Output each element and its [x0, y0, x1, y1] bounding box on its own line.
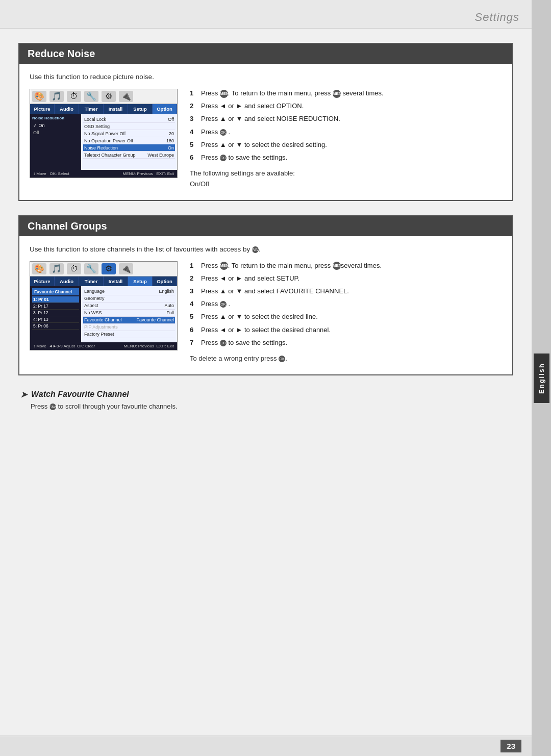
tv-icon-setup: ⚙ — [102, 91, 116, 102]
tv-content-cg: Favourite Channel 1: Pr 01 2: Pr 17 3: P… — [30, 286, 177, 342]
channel-groups-title: Channel Groups — [19, 216, 512, 236]
reduce-noise-extra: The following settings are available: On… — [190, 168, 502, 190]
step-cg-6: 6 Press ◄ or ► to select the desired cha… — [190, 325, 502, 335]
favor-btn-icon: FAVOR — [252, 246, 259, 253]
favor-scroll-icon: FAVOR — [49, 404, 56, 410]
tv-icon-option: 🔌 — [119, 91, 133, 102]
tv-right-panel-rn: Local LockOff OSD Setting No Signal Powe… — [81, 114, 177, 170]
reduce-noise-section: Reduce Noise Use this function to reduce… — [18, 43, 513, 201]
step-rn-2: 2 Press ◄ or ► and select OPTION. — [190, 102, 502, 111]
tv-content-rn: Noise Reduction ✓ On Off Local LockOff O… — [30, 114, 177, 170]
step-rn-4: 4 Press OK . — [190, 128, 502, 137]
channel-groups-section: Channel Groups Use this function to stor… — [18, 215, 513, 375]
menu-btn-icon: MENU — [220, 90, 228, 98]
channel-groups-extra: To delete a wrong entry press OK. — [190, 354, 502, 364]
step-cg-3: 3 Press ▲ or ▼ and select FAVOURITE CHAN… — [190, 287, 502, 296]
tv-left-panel-cg: Favourite Channel 1: Pr 01 2: Pr 17 3: P… — [30, 286, 81, 342]
step-cg-1: 1 Press MENU. To return to the main menu… — [190, 261, 502, 270]
tv-footer-left-rn: ↕ Move OK: Select — [33, 171, 69, 176]
fav-item-3: 3: Pr 12 — [32, 310, 79, 316]
tv-icon-audio-cg: 🎵 — [49, 263, 64, 274]
channel-groups-steps: 1 Press MENU. To return to the main menu… — [190, 261, 502, 364]
ok-delete-icon: OK — [279, 356, 285, 362]
menu-btn-icon2: MENU — [333, 90, 341, 98]
step-cg-4: 4 Press OK . — [190, 299, 502, 309]
tv-menu-timer-cg: Timer — [79, 276, 104, 286]
tv-icon-audio: 🎵 — [49, 91, 64, 102]
reduce-noise-steps: 1 Press MENU. To return to the main menu… — [190, 89, 502, 190]
tv-menu-install: Install — [104, 104, 128, 114]
tv-menu-bar-rn: Picture Audio Timer Install Setup Option — [30, 104, 177, 114]
watch-favourite-label: Watch Favourite Channel — [31, 390, 129, 399]
tv-icons-row-rn: 🎨 🎵 ⏱ 🔧 ⚙ 🔌 — [30, 89, 177, 104]
watch-favourite-section: ➤ Watch Favourite Channel Press FAVOR to… — [18, 390, 513, 410]
tv-row-locallock: Local LockOff — [83, 116, 175, 123]
reduce-noise-columns: 🎨 🎵 ⏱ 🔧 ⚙ 🔌 Picture Audio Timer Install … — [30, 89, 502, 190]
exit-btn-icon-cg: EXIT — [220, 340, 227, 346]
extra-label-rn: The following settings are available: — [190, 169, 295, 177]
exit-btn-icon: EXIT — [220, 155, 227, 161]
fav-item-4: 4: Pr 13 — [32, 316, 79, 323]
tv-footer-right-cg: MENU: Previous EXIT: Exit — [124, 344, 174, 348]
main-content: Reduce Noise Use this function to reduce… — [0, 29, 532, 756]
page-number-area: 23 — [0, 736, 532, 756]
step-cg-5: 5 Press ▲ or ▼ to select the desired lin… — [190, 312, 502, 321]
tv-left-list-cg: 1: Pr 01 2: Pr 17 3: Pr 12 4: Pr 13 5: P… — [32, 296, 79, 330]
channel-groups-tv-screen: 🎨 🎵 ⏱ 🔧 ⚙ 🔌 Picture Audio Timer Install … — [30, 261, 178, 350]
tv-menu-option: Option — [153, 104, 177, 114]
tv-menu-audio: Audio — [55, 104, 79, 114]
page-number: 23 — [500, 740, 521, 752]
tv-footer-cg: ↕ Move ◄►0-9 Adjust OK: Clear MENU: Prev… — [30, 342, 177, 350]
watch-favourite-text: Press FAVOR to scroll through your favou… — [20, 402, 511, 410]
top-header: Settings — [0, 0, 532, 29]
tv-row-pipadj: PIP Adjustments — [83, 324, 175, 331]
tv-left-panel-rn: Noise Reduction ✓ On Off — [30, 114, 81, 170]
tv-row-aspect: AspectAuto — [83, 303, 175, 310]
tv-icon-install: 🔧 — [84, 91, 98, 102]
sidebar: English — [532, 0, 551, 756]
step-cg-7: 7 Press EXIT to save the settings. — [190, 338, 502, 347]
page-title: Settings — [475, 11, 520, 24]
tv-icon-setup-cg: ⚙ — [102, 263, 116, 274]
reduce-noise-tv-screen: 🎨 🎵 ⏱ 🔧 ⚙ 🔌 Picture Audio Timer Install … — [30, 89, 178, 178]
fav-item-5: 5: Pr 06 — [32, 323, 79, 330]
tv-row-language: LanguageEnglish — [83, 288, 175, 295]
sidebar-label: English — [534, 354, 549, 403]
menu-btn-icon-cg2: MENU — [333, 262, 341, 270]
ok-btn-icon-cg: OK — [220, 301, 227, 308]
tv-menu-install-cg: Install — [104, 276, 128, 286]
reduce-noise-title: Reduce Noise — [19, 44, 512, 64]
tv-menu-option-cg: Option — [153, 276, 177, 286]
tv-icon-picture-cg: 🎨 — [32, 263, 46, 274]
tv-icon-picture: 🎨 — [32, 91, 46, 102]
tv-menu-setup: Setup — [128, 104, 153, 114]
tv-left-heading-cg: Favourite Channel — [32, 288, 79, 295]
step-rn-3: 3 Press ▲ or ▼ and select NOISE REDUCTIO… — [190, 114, 502, 123]
fav-item-2: 2: Pr 17 — [32, 303, 79, 310]
extra-value-rn: On/Off — [190, 180, 209, 188]
tv-row-favchannel: Favourite ChannelFavourite Channel — [83, 317, 175, 324]
tv-icon-install-cg: 🔧 — [84, 263, 98, 274]
tv-menu-timer: Timer — [79, 104, 104, 114]
channel-groups-intro: Use this function to store channels in t… — [30, 245, 502, 253]
tv-icons-row-cg: 🎨 🎵 ⏱ 🔧 ⚙ 🔌 — [30, 262, 177, 276]
tv-row-factory: Factory Preset — [83, 331, 175, 338]
step-rn-5: 5 Press ▲ or ▼ to select the desired set… — [190, 140, 502, 149]
channel-groups-body: Use this function to store channels in t… — [19, 236, 512, 374]
tv-menu-audio-cg: Audio — [55, 276, 79, 286]
tv-row-geometry: Geometry — [83, 295, 175, 303]
arrow-icon: ➤ — [20, 390, 27, 399]
tv-icon-timer: ⏱ — [67, 91, 81, 102]
tv-icon-option-cg: 🔌 — [119, 263, 133, 274]
tv-footer-right-rn: MENU: Previous EXIT: Exit — [123, 171, 174, 176]
tv-row-noisereduction: Noise ReductionOn — [83, 144, 175, 152]
step-rn-1: 1 Press MENU. To return to the main menu… — [190, 89, 502, 98]
reduce-noise-body: Use this function to reduce picture nois… — [19, 64, 512, 200]
ok-btn-icon: OK — [220, 129, 227, 136]
tv-footer-left-cg: ↕ Move ◄►0-9 Adjust OK: Clear — [33, 344, 95, 348]
tv-right-panel-cg: LanguageEnglish Geometry AspectAuto No W… — [81, 286, 177, 342]
tv-row-nooperation: No Operation Power Off180 — [83, 137, 175, 144]
tv-menu-picture: Picture — [30, 104, 55, 114]
step-cg-2: 2 Press ◄ or ► and select SETUP. — [190, 274, 502, 283]
tv-menu-picture-cg: Picture — [30, 276, 55, 286]
